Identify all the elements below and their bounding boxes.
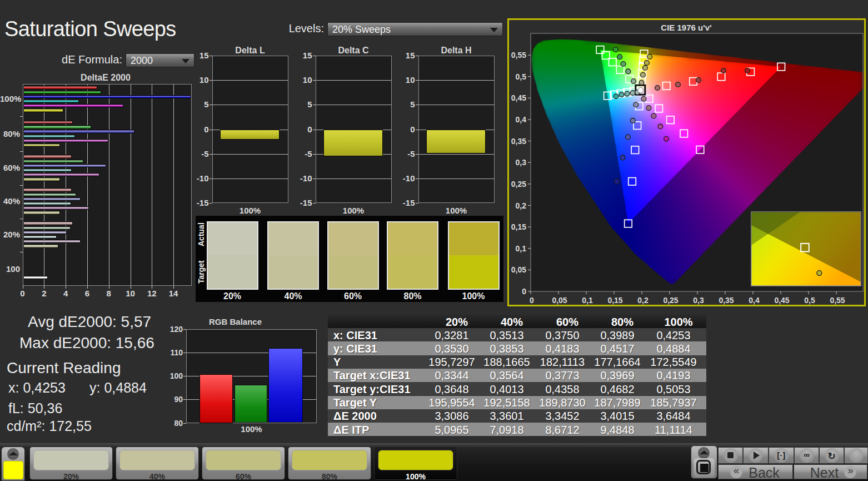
svg-text:0,5: 0,5 bbox=[804, 296, 815, 305]
svg-text:0,15: 0,15 bbox=[607, 296, 622, 305]
svg-text:0,35: 0,35 bbox=[511, 137, 526, 146]
svg-text:0,2: 0,2 bbox=[516, 201, 527, 210]
svg-text:0: 0 bbox=[522, 287, 526, 296]
svg-text:0,05: 0,05 bbox=[552, 296, 567, 305]
svg-text:0,55: 0,55 bbox=[511, 51, 526, 59]
svg-text:0,45: 0,45 bbox=[511, 93, 526, 102]
svg-text:0,25: 0,25 bbox=[663, 296, 678, 305]
svg-text:0,3: 0,3 bbox=[516, 158, 527, 167]
svg-text:0,3: 0,3 bbox=[693, 296, 704, 305]
svg-text:0,25: 0,25 bbox=[511, 180, 526, 189]
svg-text:0,05: 0,05 bbox=[511, 265, 526, 274]
svg-text:0,1: 0,1 bbox=[516, 244, 527, 253]
svg-text:CIE 1976 u'v': CIE 1976 u'v' bbox=[661, 23, 711, 32]
svg-text:0,4: 0,4 bbox=[749, 296, 760, 305]
svg-text:0,45: 0,45 bbox=[774, 296, 789, 305]
svg-text:0,1: 0,1 bbox=[582, 296, 593, 305]
svg-text:0,2: 0,2 bbox=[637, 296, 648, 305]
svg-text:0,35: 0,35 bbox=[719, 296, 734, 305]
svg-text:0,4: 0,4 bbox=[516, 115, 527, 124]
svg-text:0,15: 0,15 bbox=[511, 222, 526, 231]
svg-text:0,55: 0,55 bbox=[830, 296, 845, 305]
svg-text:0: 0 bbox=[530, 296, 534, 305]
svg-text:0,5: 0,5 bbox=[516, 72, 527, 81]
